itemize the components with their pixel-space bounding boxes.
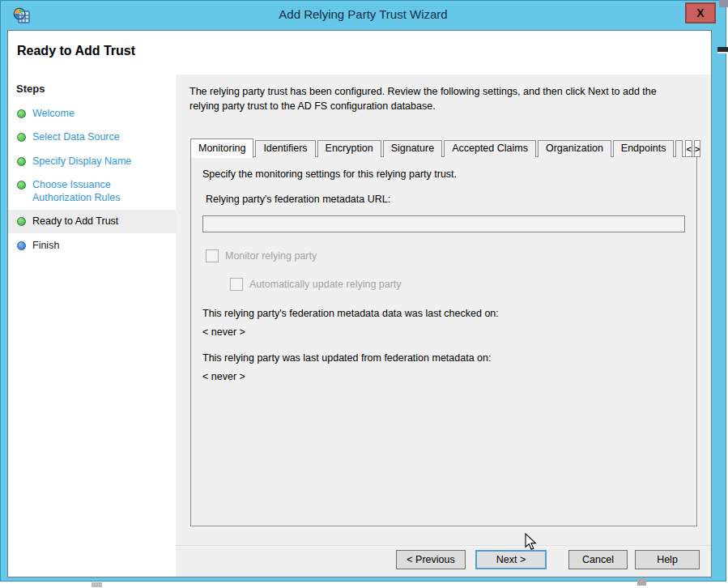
dialog-content: Ready to Add Trust Steps Welcome Select …: [7, 30, 712, 577]
tab-accepted-claims[interactable]: Accepted Claims: [444, 140, 536, 157]
tab-scroll-right-button[interactable]: >: [694, 140, 700, 157]
step-specify-display-name: Specify Display Name: [8, 150, 176, 173]
checkbox-label: Automatically update relying party: [249, 279, 402, 290]
pending-step-icon: [17, 241, 26, 250]
step-welcome: Welcome: [8, 102, 176, 125]
steps-list: Welcome Select Data Source Specify Displ…: [8, 102, 176, 258]
completed-step-icon: [17, 133, 26, 142]
step-label: Ready to Add Trust: [32, 215, 118, 228]
last-updated-label: This relying party was last updated from…: [202, 352, 491, 364]
tab-scroll-left-button[interactable]: <: [685, 140, 692, 157]
settings-tab-control: Monitoring Identifiers Encryption Signat…: [190, 138, 697, 526]
step-label: Choose Issuance Authorization Rules: [32, 178, 150, 205]
page-title: Ready to Add Trust: [17, 44, 135, 58]
last-checked-value: < never >: [202, 326, 245, 338]
steps-sidebar: Steps Welcome Select Data Source Specify…: [8, 75, 176, 577]
step-label: Welcome: [32, 107, 75, 120]
window-title: Add Relying Party Trust Wizard: [1, 7, 726, 21]
auto-update-relying-party-checkbox[interactable]: Automatically update relying party: [230, 278, 402, 291]
tab-endpoints[interactable]: Endpoints: [613, 140, 675, 157]
cancel-button[interactable]: Cancel: [568, 550, 628, 569]
checkbox-label: Monitor relying party: [225, 250, 317, 262]
completed-step-icon: [17, 217, 26, 226]
monitor-relying-party-checkbox[interactable]: Monitor relying party: [206, 249, 317, 262]
step-label: Finish: [32, 239, 59, 252]
background-artifact: [92, 582, 102, 587]
close-button[interactable]: X: [685, 2, 716, 23]
previous-button[interactable]: < Previous: [396, 550, 466, 569]
monitoring-instruction: Specify the monitoring settings for this…: [202, 168, 457, 180]
step-choose-issuance-authorization-rules: Choose Issuance Authorization Rules: [8, 173, 176, 210]
tab-monitoring[interactable]: Monitoring: [190, 138, 253, 158]
step-finish: Finish: [8, 234, 176, 257]
monitoring-tab-panel: Specify the monitoring settings for this…: [190, 156, 697, 526]
footer-divider: [176, 545, 711, 546]
step-label: Select Data Source: [32, 130, 120, 143]
help-button[interactable]: Help: [635, 550, 700, 569]
background-artifact: [719, 0, 728, 7]
completed-step-icon: [17, 181, 26, 190]
background-artifact: [717, 47, 728, 53]
tab-strip: Monitoring Identifiers Encryption Signat…: [190, 138, 697, 157]
last-checked-label: This relying party's federation metadata…: [202, 308, 499, 319]
page-header: Ready to Add Trust: [8, 31, 711, 75]
metadata-url-input[interactable]: [202, 215, 685, 232]
wizard-description: The relying party trust has been configu…: [189, 84, 687, 113]
completed-step-icon: [17, 157, 26, 166]
mouse-cursor-icon: [525, 533, 538, 554]
titlebar[interactable]: Add Relying Party Trust Wizard X: [1, 1, 726, 30]
step-ready-to-add-trust: Ready to Add Trust: [8, 210, 176, 232]
main-pane: The relying party trust has been configu…: [176, 75, 711, 577]
completed-step-icon: [17, 109, 26, 118]
tab-signature[interactable]: Signature: [383, 140, 443, 157]
step-select-data-source: Select Data Source: [8, 126, 176, 148]
step-label: Specify Display Name: [32, 155, 131, 168]
background-artifact: [637, 578, 646, 586]
steps-heading: Steps: [16, 83, 45, 95]
checkbox-icon[interactable]: [206, 249, 219, 262]
tab-identifiers[interactable]: Identifiers: [255, 140, 315, 157]
wizard-window: Add Relying Party Trust Wizard X Ready t…: [0, 0, 726, 582]
tab-encryption[interactable]: Encryption: [317, 140, 381, 157]
last-updated-value: < never >: [202, 371, 245, 382]
tab-notes-truncated[interactable]: N: [675, 140, 683, 157]
checkbox-icon[interactable]: [230, 278, 243, 291]
metadata-url-label: Relying party's federation metadata URL:: [206, 194, 390, 205]
tab-organization[interactable]: Organization: [538, 140, 611, 157]
